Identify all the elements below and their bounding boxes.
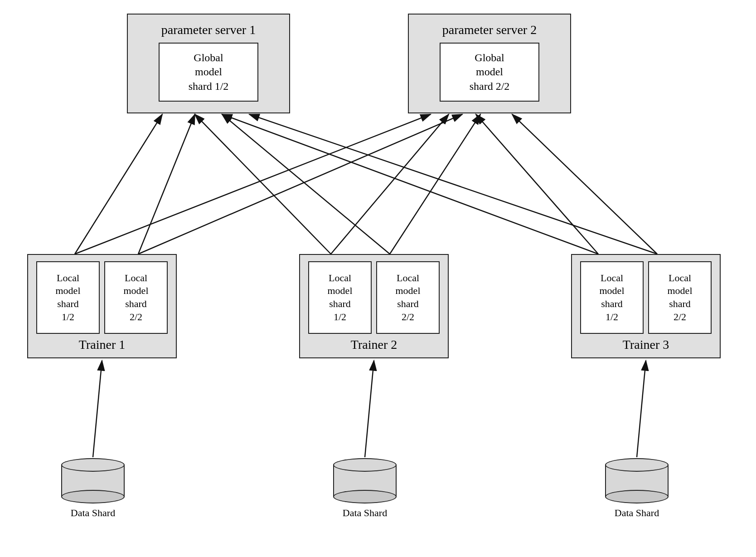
arrow-t2s2-ps2 [390,114,480,254]
param-server-1: parameter server 1 Globalmodelshard 1/2 [127,14,290,113]
cylinder2-bottom [333,490,397,503]
arrow-t3s1-ps1 [222,114,598,254]
trainer-3-title: Trainer 3 [623,337,669,352]
trainer-3: Localmodelshard1/2 Localmodelshard2/2 Tr… [571,254,721,358]
arrow-t1s1-ps2 [75,114,431,254]
arrow-t3s1-ps2 [476,114,598,254]
data-shard-3-container: Data Shard [605,458,669,519]
arrow-t3s2-ps2 [512,114,657,254]
param-server-2: parameter server 2 Globalmodelshard 2/2 [408,14,571,113]
arrow-ds2-t2 [365,361,374,457]
arrow-t2s1-ps2 [331,114,449,254]
data-shard-1-cylinder [61,458,125,503]
trainer2-local-shard-1: Localmodelshard1/2 [308,261,372,334]
arrow-t2s2-ps1 [222,114,390,254]
trainer3-local-shard-1: Localmodelshard1/2 [580,261,644,334]
data-shard-2-cylinder [333,458,397,503]
cylinder3-top [605,458,669,472]
trainer3-local-shard-2: Localmodelshard2/2 [648,261,712,334]
trainer-1-title: Trainer 1 [79,337,125,352]
param-server-2-title: parameter server 2 [442,23,537,37]
arrow-t1s2-ps2 [138,114,462,254]
trainer-1: Localmodelshard1/2 Localmodelshard2/2 Tr… [27,254,177,358]
arrow-t1s2-ps1 [138,114,195,254]
arrow-t2s1-ps1 [195,114,331,254]
arrow-t1s1-ps1 [75,114,162,254]
cylinder1-top [61,458,125,472]
cylinder3-bottom [605,490,669,503]
trainer2-local-shard-2: Localmodelshard2/2 [376,261,440,334]
cylinder1-bottom [61,490,125,503]
data-shard-1-container: Data Shard [61,458,125,519]
data-shard-2-container: Data Shard [333,458,397,519]
data-shard-3-cylinder [605,458,669,503]
data-shard-3-label: Data Shard [615,507,659,519]
trainer-2-title: Trainer 2 [351,337,397,352]
trainer1-local-shard-1: Localmodelshard1/2 [36,261,100,334]
trainer-2: Localmodelshard1/2 Localmodelshard2/2 Tr… [299,254,449,358]
arrow-t3s2-ps1 [249,114,657,254]
param-server-1-title: parameter server 1 [161,23,256,37]
trainer1-local-shard-2: Localmodelshard2/2 [104,261,168,334]
cylinder2-top [333,458,397,472]
data-shard-1-label: Data Shard [71,507,115,519]
diagram: parameter server 1 Globalmodelshard 1/2 … [0,0,756,557]
global-model-shard-1: Globalmodelshard 1/2 [159,43,258,102]
data-shard-2-label: Data Shard [343,507,387,519]
global-model-shard-2: Globalmodelshard 2/2 [440,43,539,102]
arrow-ds3-t3 [637,361,646,457]
arrow-ds1-t1 [93,361,102,457]
